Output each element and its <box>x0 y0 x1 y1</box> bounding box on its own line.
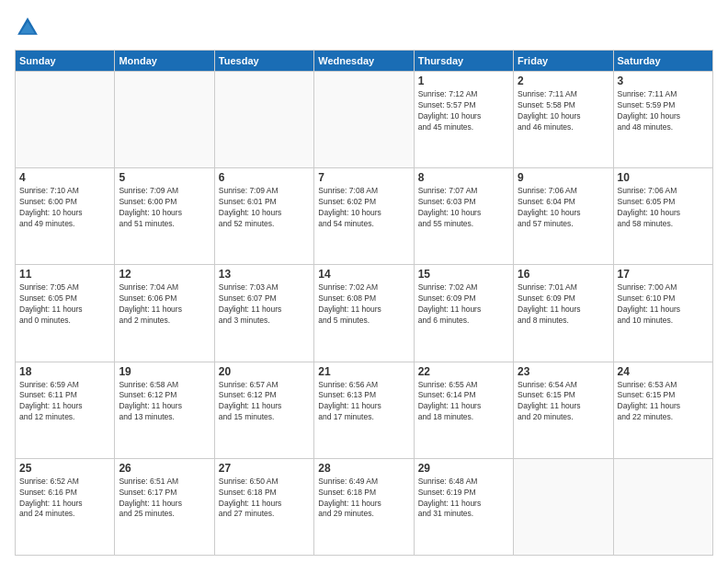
day-number: 14 <box>318 268 409 281</box>
day-info: Sunrise: 7:00 AM Sunset: 6:10 PM Dayligh… <box>618 282 709 327</box>
day-number: 27 <box>219 462 310 475</box>
calendar-cell: 7Sunrise: 7:08 AM Sunset: 6:02 PM Daylig… <box>314 168 414 265</box>
day-number: 25 <box>19 462 110 475</box>
day-info: Sunrise: 6:48 AM Sunset: 6:19 PM Dayligh… <box>418 477 509 521</box>
col-thursday: Thursday <box>414 51 513 72</box>
day-number: 8 <box>418 171 509 184</box>
calendar-cell: 3Sunrise: 7:11 AM Sunset: 5:59 PM Daylig… <box>613 72 712 168</box>
day-number: 15 <box>418 268 509 281</box>
day-info: Sunrise: 6:52 AM Sunset: 6:16 PM Dayligh… <box>19 477 110 521</box>
day-info: Sunrise: 6:54 AM Sunset: 6:15 PM Dayligh… <box>518 380 609 424</box>
day-number: 6 <box>219 171 310 184</box>
day-number: 22 <box>418 365 509 378</box>
day-number: 11 <box>19 268 110 281</box>
logo <box>15 15 44 40</box>
day-info: Sunrise: 7:10 AM Sunset: 6:00 PM Dayligh… <box>19 186 110 230</box>
calendar-cell: 28Sunrise: 6:49 AM Sunset: 6:18 PM Dayli… <box>314 458 414 555</box>
calendar-cell <box>613 458 712 555</box>
day-info: Sunrise: 7:01 AM Sunset: 6:09 PM Dayligh… <box>518 282 609 327</box>
day-number: 5 <box>119 171 210 184</box>
calendar-cell <box>214 72 313 168</box>
day-number: 24 <box>618 365 709 378</box>
day-info: Sunrise: 7:04 AM Sunset: 6:06 PM Dayligh… <box>119 282 210 327</box>
day-number: 19 <box>119 365 210 378</box>
calendar-cell: 27Sunrise: 6:50 AM Sunset: 6:18 PM Dayli… <box>214 458 313 555</box>
week-row-2: 4Sunrise: 7:10 AM Sunset: 6:00 PM Daylig… <box>16 168 713 265</box>
col-sunday: Sunday <box>16 51 115 72</box>
calendar-cell: 12Sunrise: 7:04 AM Sunset: 6:06 PM Dayli… <box>115 265 214 362</box>
week-row-3: 11Sunrise: 7:05 AM Sunset: 6:05 PM Dayli… <box>16 265 713 362</box>
week-row-5: 25Sunrise: 6:52 AM Sunset: 6:16 PM Dayli… <box>16 458 713 555</box>
calendar-cell: 17Sunrise: 7:00 AM Sunset: 6:10 PM Dayli… <box>613 265 712 362</box>
day-number: 10 <box>618 171 709 184</box>
day-number: 3 <box>618 75 709 87</box>
col-saturday: Saturday <box>613 51 712 72</box>
day-info: Sunrise: 7:07 AM Sunset: 6:03 PM Dayligh… <box>418 186 509 230</box>
header-row: Sunday Monday Tuesday Wednesday Thursday… <box>16 51 713 72</box>
day-number: 13 <box>219 268 310 281</box>
col-monday: Monday <box>115 51 214 72</box>
day-info: Sunrise: 7:11 AM Sunset: 5:59 PM Dayligh… <box>618 89 709 133</box>
calendar-cell: 13Sunrise: 7:03 AM Sunset: 6:07 PM Dayli… <box>214 265 313 362</box>
calendar-cell <box>314 72 414 168</box>
calendar-cell: 20Sunrise: 6:57 AM Sunset: 6:12 PM Dayli… <box>214 362 313 458</box>
calendar-cell: 5Sunrise: 7:09 AM Sunset: 6:00 PM Daylig… <box>115 168 214 265</box>
header <box>15 15 713 40</box>
day-info: Sunrise: 7:03 AM Sunset: 6:07 PM Dayligh… <box>219 282 310 327</box>
day-info: Sunrise: 6:49 AM Sunset: 6:18 PM Dayligh… <box>318 477 409 521</box>
col-wednesday: Wednesday <box>314 51 414 72</box>
day-info: Sunrise: 7:02 AM Sunset: 6:09 PM Dayligh… <box>418 282 509 327</box>
day-number: 21 <box>318 365 409 378</box>
day-number: 1 <box>418 75 509 87</box>
day-number: 26 <box>119 462 210 475</box>
day-number: 7 <box>318 171 409 184</box>
calendar-cell: 21Sunrise: 6:56 AM Sunset: 6:13 PM Dayli… <box>314 362 414 458</box>
calendar-cell: 14Sunrise: 7:02 AM Sunset: 6:08 PM Dayli… <box>314 265 414 362</box>
calendar-cell: 10Sunrise: 7:06 AM Sunset: 6:05 PM Dayli… <box>613 168 712 265</box>
calendar-cell: 1Sunrise: 7:12 AM Sunset: 5:57 PM Daylig… <box>414 72 513 168</box>
day-info: Sunrise: 7:12 AM Sunset: 5:57 PM Dayligh… <box>418 89 509 133</box>
day-number: 29 <box>418 462 509 475</box>
day-number: 23 <box>518 365 609 378</box>
day-info: Sunrise: 6:55 AM Sunset: 6:14 PM Dayligh… <box>418 380 509 424</box>
day-number: 17 <box>618 268 709 281</box>
calendar-cell: 15Sunrise: 7:02 AM Sunset: 6:09 PM Dayli… <box>414 265 513 362</box>
col-tuesday: Tuesday <box>214 51 313 72</box>
day-info: Sunrise: 7:09 AM Sunset: 6:00 PM Dayligh… <box>119 186 210 230</box>
day-info: Sunrise: 6:56 AM Sunset: 6:13 PM Dayligh… <box>318 380 409 424</box>
calendar-cell: 22Sunrise: 6:55 AM Sunset: 6:14 PM Dayli… <box>414 362 513 458</box>
day-info: Sunrise: 7:11 AM Sunset: 5:58 PM Dayligh… <box>518 89 609 133</box>
calendar-cell: 29Sunrise: 6:48 AM Sunset: 6:19 PM Dayli… <box>414 458 513 555</box>
day-info: Sunrise: 7:05 AM Sunset: 6:05 PM Dayligh… <box>19 282 110 327</box>
day-info: Sunrise: 7:02 AM Sunset: 6:08 PM Dayligh… <box>318 282 409 327</box>
day-number: 9 <box>518 171 609 184</box>
day-number: 28 <box>318 462 409 475</box>
day-info: Sunrise: 6:53 AM Sunset: 6:15 PM Dayligh… <box>618 380 709 424</box>
day-number: 12 <box>119 268 210 281</box>
day-info: Sunrise: 7:08 AM Sunset: 6:02 PM Dayligh… <box>318 186 409 230</box>
week-row-1: 1Sunrise: 7:12 AM Sunset: 5:57 PM Daylig… <box>16 72 713 168</box>
logo-icon <box>15 15 40 40</box>
day-info: Sunrise: 6:50 AM Sunset: 6:18 PM Dayligh… <box>219 477 310 521</box>
day-info: Sunrise: 6:59 AM Sunset: 6:11 PM Dayligh… <box>19 380 110 424</box>
day-info: Sunrise: 6:51 AM Sunset: 6:17 PM Dayligh… <box>119 477 210 521</box>
calendar-table: Sunday Monday Tuesday Wednesday Thursday… <box>15 50 713 556</box>
day-info: Sunrise: 7:06 AM Sunset: 6:05 PM Dayligh… <box>618 186 709 230</box>
calendar-cell <box>514 458 613 555</box>
day-info: Sunrise: 6:58 AM Sunset: 6:12 PM Dayligh… <box>119 380 210 424</box>
day-number: 20 <box>219 365 310 378</box>
calendar-cell: 23Sunrise: 6:54 AM Sunset: 6:15 PM Dayli… <box>514 362 613 458</box>
calendar-cell: 11Sunrise: 7:05 AM Sunset: 6:05 PM Dayli… <box>16 265 115 362</box>
calendar-cell: 24Sunrise: 6:53 AM Sunset: 6:15 PM Dayli… <box>613 362 712 458</box>
calendar-cell: 18Sunrise: 6:59 AM Sunset: 6:11 PM Dayli… <box>16 362 115 458</box>
calendar-cell: 6Sunrise: 7:09 AM Sunset: 6:01 PM Daylig… <box>214 168 313 265</box>
calendar-cell: 16Sunrise: 7:01 AM Sunset: 6:09 PM Dayli… <box>514 265 613 362</box>
day-number: 18 <box>19 365 110 378</box>
page: Sunday Monday Tuesday Wednesday Thursday… <box>0 0 728 563</box>
calendar-cell: 8Sunrise: 7:07 AM Sunset: 6:03 PM Daylig… <box>414 168 513 265</box>
day-info: Sunrise: 6:57 AM Sunset: 6:12 PM Dayligh… <box>219 380 310 424</box>
col-friday: Friday <box>514 51 613 72</box>
calendar-cell: 4Sunrise: 7:10 AM Sunset: 6:00 PM Daylig… <box>16 168 115 265</box>
calendar-cell <box>115 72 214 168</box>
calendar-cell <box>16 72 115 168</box>
